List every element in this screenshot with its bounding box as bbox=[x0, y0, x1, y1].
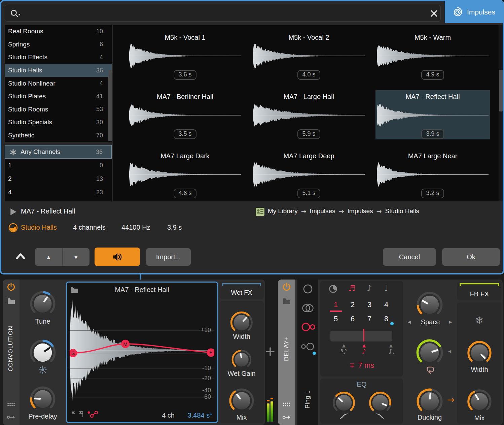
channel-row[interactable]: 213 bbox=[5, 172, 112, 186]
delay-mode-stereo-icon[interactable] bbox=[302, 303, 314, 313]
category-row[interactable]: Studio Rooms53 bbox=[5, 103, 112, 116]
delay-mode-label[interactable]: Ping L bbox=[304, 379, 312, 420]
remote-controls-icon[interactable] bbox=[7, 402, 15, 407]
damping-knob[interactable] bbox=[29, 338, 57, 367]
result-card[interactable]: MA7 Large Deep5.1 s bbox=[252, 150, 366, 199]
step-6[interactable]: 6 bbox=[346, 315, 359, 323]
category-row[interactable]: Studio Specials30 bbox=[5, 116, 112, 129]
end-flag-icon[interactable] bbox=[79, 411, 83, 417]
impulses-tab[interactable]: Impulses bbox=[445, 1, 503, 23]
sync-clock-icon[interactable] bbox=[329, 285, 337, 293]
start-flag-icon[interactable] bbox=[72, 411, 76, 417]
breadcrumb-item[interactable]: Impulses bbox=[310, 207, 335, 215]
delay-time-value[interactable]: 7 ms bbox=[358, 361, 374, 370]
note-straight-icon-selected[interactable]: ♪ bbox=[359, 348, 369, 355]
note-eighth-icon[interactable]: ♪ bbox=[363, 284, 376, 293]
time-slider-value[interactable] bbox=[363, 329, 364, 341]
breadcrumb-item[interactable]: Studio Halls bbox=[385, 207, 419, 215]
previous-item-button[interactable]: ▲ bbox=[35, 248, 63, 266]
result-card[interactable]: M5k - Vocal 24.0 s bbox=[252, 31, 366, 80]
search-bar[interactable] bbox=[5, 5, 441, 22]
category-row[interactable]: Studio Effects4 bbox=[5, 51, 112, 64]
result-card[interactable]: MA7 Large Dark4.6 s bbox=[128, 150, 242, 199]
step-7[interactable]: 7 bbox=[363, 315, 376, 323]
feedback-knob[interactable] bbox=[415, 338, 444, 367]
audition-button[interactable] bbox=[95, 248, 140, 266]
width-knob[interactable] bbox=[229, 310, 254, 335]
next-item-button[interactable]: ▼ bbox=[63, 248, 90, 266]
category-row[interactable]: Synthetic70 bbox=[5, 129, 112, 142]
impulse-length[interactable]: 3.484 s* bbox=[188, 412, 212, 419]
routing-icon[interactable] bbox=[282, 415, 291, 420]
preview-category[interactable]: Studio Halls bbox=[21, 224, 57, 231]
remote-controls-icon[interactable] bbox=[283, 402, 291, 407]
ok-button[interactable]: Ok bbox=[442, 248, 500, 266]
collapse-chevron-icon[interactable] bbox=[15, 253, 26, 260]
result-card[interactable]: MA7 Large Near3.2 s bbox=[375, 150, 490, 199]
device-title[interactable]: CONVOLUTION bbox=[7, 298, 15, 399]
channel-row[interactable]: 423 bbox=[5, 186, 112, 199]
category-row[interactable]: Studio Plates41 bbox=[5, 90, 112, 103]
category-row[interactable]: Springs6 bbox=[5, 38, 112, 51]
add-device-icon[interactable] bbox=[265, 347, 275, 356]
breadcrumb-item[interactable]: Impulses bbox=[348, 207, 373, 215]
category-row[interactable]: Studio Nonlinear4 bbox=[5, 77, 112, 90]
note-sixteenth-icon-selected[interactable]: ♬ bbox=[345, 284, 359, 293]
impulse-envelope-plot[interactable]: SME bbox=[70, 297, 214, 403]
search-clear-icon[interactable] bbox=[430, 9, 438, 18]
step-5[interactable]: 5 bbox=[329, 315, 343, 323]
convolution-device-header[interactable]: CONVOLUTION bbox=[3, 280, 20, 425]
note-triplet-icon[interactable]: 3♪ bbox=[336, 348, 351, 355]
step-4[interactable]: 4 bbox=[380, 300, 393, 309]
delay-device-header[interactable]: DELAY+ bbox=[278, 280, 295, 425]
power-icon[interactable] bbox=[7, 283, 15, 291]
space-next-arrow-icon[interactable]: ▶ bbox=[449, 320, 452, 324]
channel-row-selected[interactable]: Any Channels36 bbox=[5, 145, 112, 159]
result-card[interactable]: M5k - Warm4.9 s bbox=[375, 31, 490, 80]
delay-mode-pong-ping-icon[interactable] bbox=[301, 342, 315, 351]
pre-delay-knob[interactable] bbox=[29, 385, 57, 413]
eq-lowpass-knob[interactable] bbox=[368, 391, 392, 415]
step-2[interactable]: 2 bbox=[346, 300, 359, 309]
result-card[interactable]: M5k - Vocal 13.6 s bbox=[128, 31, 242, 80]
feedback-repeat-icon[interactable] bbox=[426, 366, 435, 374]
delay-mode-ping-pong-icon-selected[interactable] bbox=[301, 322, 316, 332]
cancel-button[interactable]: Cancel bbox=[383, 248, 436, 266]
tune-knob[interactable] bbox=[29, 290, 57, 318]
wet-gain-knob[interactable] bbox=[231, 349, 252, 370]
device-title[interactable]: DELAY+ bbox=[283, 298, 290, 399]
time-slider-track[interactable] bbox=[330, 331, 392, 341]
impulse-display[interactable]: MA7 - Reflect Hall SME +10 -10 -20 -40 -… bbox=[66, 282, 218, 423]
step-3[interactable]: 3 bbox=[363, 300, 376, 309]
space-knob[interactable] bbox=[416, 291, 444, 319]
fb-fx-slot-header[interactable]: FB FX bbox=[457, 282, 502, 300]
note-dotted-icon[interactable]: ♪. bbox=[386, 348, 397, 355]
step-1-selected[interactable]: 1 bbox=[329, 300, 343, 309]
import-button[interactable]: Import... bbox=[146, 248, 191, 266]
space-prev-arrow-icon[interactable]: ◀ bbox=[408, 320, 411, 324]
mix-knob[interactable] bbox=[228, 387, 255, 414]
category-row[interactable]: Real Rooms10 bbox=[5, 25, 112, 38]
results-scrollbar[interactable] bbox=[499, 70, 503, 111]
breadcrumb-item[interactable]: My Library bbox=[268, 207, 298, 215]
result-card[interactable]: MA7 - Large Hall5.9 s bbox=[252, 90, 366, 139]
power-icon[interactable] bbox=[282, 283, 291, 291]
envelope-link-icon[interactable] bbox=[87, 411, 99, 418]
delay-mode-mono-icon[interactable] bbox=[303, 284, 313, 294]
note-quarter-icon[interactable]: ♩ bbox=[380, 284, 393, 293]
fb-mix-knob[interactable] bbox=[466, 388, 493, 415]
breadcrumb[interactable]: My Library→ Impulses→ Impulses→ Studio H… bbox=[268, 207, 419, 215]
result-card-selected[interactable]: MA7 - Reflect Hall3.9 s bbox=[375, 90, 490, 139]
freeze-snowflake-icon[interactable]: ❄ bbox=[457, 315, 502, 326]
result-card[interactable]: MA7 - Berliner Hall3.5 s bbox=[128, 90, 242, 139]
time-offset-icon[interactable]: ∓ bbox=[349, 361, 355, 369]
fb-width-knob[interactable] bbox=[466, 340, 493, 366]
channel-row[interactable]: 10 bbox=[5, 159, 112, 172]
category-scrollbar[interactable] bbox=[108, 70, 112, 141]
routing-icon[interactable] bbox=[7, 415, 15, 420]
play-icon[interactable] bbox=[10, 208, 17, 215]
category-row-selected[interactable]: Studio Halls36 bbox=[5, 64, 112, 77]
eq-highpass-knob[interactable] bbox=[332, 391, 356, 415]
ducking-knob[interactable] bbox=[416, 387, 444, 416]
wet-fx-slot-header[interactable]: Wet FX bbox=[219, 282, 264, 299]
